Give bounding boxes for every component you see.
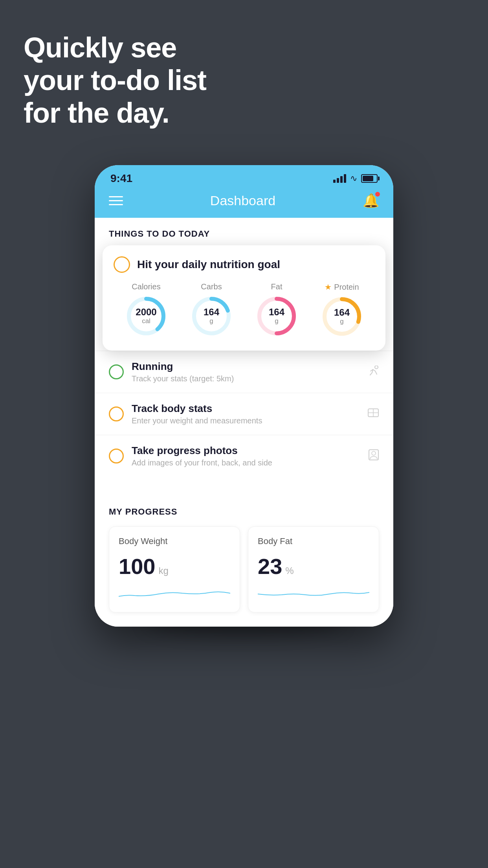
progress-section: MY PROGRESS Body Weight 100 kg Body F — [95, 493, 393, 627]
scale-icon — [367, 407, 379, 421]
fat-label: Fat — [271, 282, 283, 291]
todo-running-text: Running Track your stats (target: 5km) — [132, 360, 360, 383]
protein-label-row: ★ Protein — [325, 282, 359, 292]
calories-unit: cal — [142, 317, 150, 325]
protein-donut: 164 g — [320, 295, 363, 338]
running-icon — [367, 365, 379, 379]
bell-icon[interactable]: 🔔 — [363, 193, 379, 208]
status-icons: ∿ — [333, 173, 378, 184]
todo-bodystats-title: Track body stats — [132, 403, 360, 415]
body-weight-card-title: Body Weight — [119, 536, 230, 546]
todo-bodystats-text: Track body stats Enter your weight and m… — [132, 403, 360, 425]
things-section-title: THINGS TO DO TODAY — [95, 218, 393, 239]
card-header: Hit your daily nutrition goal — [114, 256, 374, 273]
carbs-unit: g — [209, 317, 213, 325]
svg-point-13 — [372, 451, 376, 455]
protein-label: Protein — [334, 283, 359, 292]
fat-unit: g — [275, 317, 278, 325]
nutrition-card: Hit your daily nutrition goal Calories — [103, 245, 385, 351]
body-weight-card: Body Weight 100 kg — [109, 526, 240, 612]
nutrition-circle-check — [114, 256, 130, 273]
carbs-donut: 164 g — [190, 294, 233, 338]
todo-running-circle — [109, 364, 124, 379]
body-fat-card-title: Body Fat — [258, 536, 369, 546]
todo-running-title: Running — [132, 360, 360, 373]
body-weight-unit: kg — [158, 565, 168, 576]
todo-photos-text: Take progress photos Add images of your … — [132, 445, 360, 467]
fat-value: 164 — [269, 307, 284, 317]
progress-cards: Body Weight 100 kg Body Fat 23 — [109, 526, 379, 612]
body-fat-sparkline — [258, 585, 369, 601]
progress-section-title: MY PROGRESS — [109, 507, 379, 517]
calories-label: Calories — [132, 282, 160, 291]
todo-photos-title: Take progress photos — [132, 445, 360, 457]
notification-dot — [375, 192, 380, 197]
nutrition-protein: ★ Protein 164 g — [320, 282, 363, 338]
phone-mockup: 9:41 ∿ Dashboard 🔔 — [95, 165, 393, 627]
phone-content: THINGS TO DO TODAY Hit your daily nutrit… — [95, 218, 393, 627]
todo-photos-subtitle: Add images of your front, back, and side — [132, 458, 360, 467]
todo-running-subtitle: Track your stats (target: 5km) — [132, 374, 360, 383]
todo-photos-circle — [109, 449, 124, 463]
nutrition-card-title: Hit your daily nutrition goal — [137, 258, 280, 271]
status-time: 9:41 — [110, 172, 132, 185]
todo-bodystats-subtitle: Enter your weight and measurements — [132, 416, 360, 425]
nutrition-fat: Fat 164 g — [255, 282, 298, 338]
body-fat-card: Body Fat 23 % — [248, 526, 379, 612]
nutrition-calories: Calories 2000 cal — [125, 282, 168, 338]
todo-body-stats[interactable]: Track body stats Enter your weight and m… — [95, 393, 393, 435]
todo-progress-photos[interactable]: Take progress photos Add images of your … — [95, 435, 393, 477]
calories-value: 2000 — [136, 307, 156, 317]
body-fat-number: 23 — [258, 554, 282, 579]
status-bar: 9:41 ∿ — [95, 165, 393, 189]
nutrition-carbs: Carbs 164 g — [190, 282, 233, 338]
battery-icon — [361, 174, 378, 183]
body-weight-value-row: 100 kg — [119, 554, 230, 579]
svg-point-8 — [375, 366, 378, 369]
carbs-label: Carbs — [201, 282, 222, 291]
todo-running[interactable]: Running Track your stats (target: 5km) — [95, 351, 393, 393]
body-weight-sparkline — [119, 585, 230, 601]
headline: Quickly see your to-do list for the day. — [24, 31, 206, 129]
nutrition-row: Calories 2000 cal — [114, 282, 374, 338]
body-fat-unit: % — [285, 565, 294, 576]
body-weight-number: 100 — [119, 554, 155, 579]
carbs-value: 164 — [204, 307, 219, 317]
phone-screen: 9:41 ∿ Dashboard 🔔 — [95, 165, 393, 627]
protein-unit: g — [340, 318, 343, 325]
todo-bodystats-circle — [109, 406, 124, 421]
protein-value: 164 — [334, 307, 350, 318]
body-fat-value-row: 23 % — [258, 554, 369, 579]
signal-icon — [333, 174, 346, 183]
fat-donut: 164 g — [255, 294, 298, 338]
nav-title: Dashboard — [210, 193, 275, 208]
person-icon — [368, 449, 379, 463]
nav-bar: Dashboard 🔔 — [95, 189, 393, 218]
hamburger-menu[interactable] — [109, 196, 123, 205]
star-icon: ★ — [325, 282, 332, 292]
calories-donut: 2000 cal — [125, 294, 168, 338]
wifi-icon: ∿ — [350, 173, 357, 184]
